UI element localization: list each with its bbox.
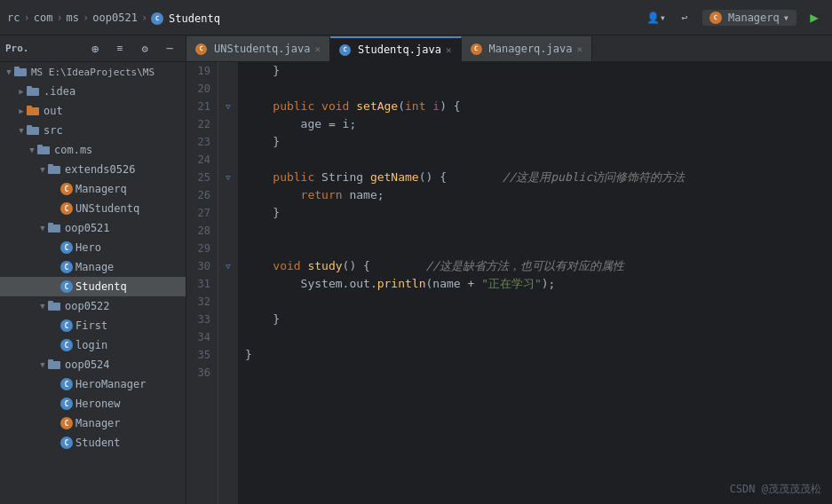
out-label: out [44, 105, 63, 117]
tree-oop0522[interactable]: ▼ oop0522 [0, 296, 186, 316]
tree-managerq[interactable]: C Managerq [0, 179, 186, 199]
tab-studentq[interactable]: C Studentq.java ✕ [330, 36, 462, 61]
code-line-31: System.out.println(name + "正在学习"); [245, 275, 832, 293]
manager-label: Manager [75, 417, 121, 429]
tab-label-unstudentq: UNStudentq.java [214, 43, 310, 55]
fold-25: ▽ [226, 173, 230, 182]
tree-root[interactable]: ▼ MS E:\IdeaProjects\MS [0, 62, 186, 82]
first-label: First [75, 319, 107, 332]
top-bar: rc › com › ms › oop0521 › C Studentq 👤▾ … [0, 0, 832, 35]
svg-rect-9 [37, 145, 43, 147]
svg-rect-14 [48, 303, 60, 311]
code-line-22: age = i; [245, 115, 832, 133]
tree-login[interactable]: C login [0, 335, 186, 355]
hero-icon: C [60, 241, 73, 254]
tree-studentq[interactable]: C Studentq [0, 277, 186, 296]
breadcrumb-ms: ms [67, 12, 79, 24]
tree-student[interactable]: C Student [0, 433, 186, 453]
tab-icon-unstudentq: C [195, 43, 207, 55]
tree-oop0521[interactable]: ▼ oop0521 [0, 218, 186, 238]
heromanager-label: HeroManager [75, 378, 146, 390]
tab-close-studentq[interactable]: ✕ [446, 44, 452, 56]
tree-unstudentq[interactable]: C UNStudentq [0, 199, 186, 218]
svg-rect-5 [27, 106, 32, 108]
student-label: Student [75, 437, 121, 449]
svg-rect-8 [37, 146, 50, 154]
add-icon[interactable]: ⊕ [84, 38, 106, 59]
tree-comms[interactable]: ▼ com.ms [0, 140, 186, 160]
login-icon: C [60, 339, 73, 351]
tree-out[interactable]: ▶ out [0, 101, 186, 121]
watermark: CSDN @茂茂茂茂松 [730, 482, 821, 497]
tree-heromanager[interactable]: C HeroManager [0, 374, 186, 394]
login-label: login [75, 339, 107, 351]
tree-oop0524[interactable]: ▼ oop0524 [0, 355, 186, 374]
editor-area: C UNStudentq.java ✕ C Studentq.java ✕ C … [186, 35, 832, 504]
svg-rect-10 [48, 166, 60, 174]
student-icon: C [60, 437, 73, 449]
extends-label: extends0526 [65, 163, 135, 176]
tree-idea[interactable]: ▶ .idea [0, 82, 186, 101]
oop0524-folder-icon [48, 358, 62, 371]
breadcrumb-studentq: C Studentq [151, 11, 220, 25]
tree-heronew[interactable]: C Heronew [0, 394, 186, 413]
sidebar-title: Pro. [5, 43, 81, 54]
oop0521-label: oop0521 [65, 222, 110, 234]
tab-unstudentq[interactable]: C UNStudentq.java ✕ [186, 36, 330, 61]
studentq-icon: C [60, 280, 73, 293]
code-line-26: return name; [245, 186, 832, 204]
manage-label: Manage [75, 261, 114, 273]
idea-label: .idea [44, 85, 75, 98]
manager-icon: C [60, 417, 73, 429]
src-label: src [44, 124, 63, 137]
line-numbers: 19 20 21 22 23 24 25 26 27 28 29 30 31 3… [186, 62, 218, 504]
studentq-label: Studentq [75, 280, 127, 293]
tree-src[interactable]: ▼ src [0, 121, 186, 140]
tree-manager[interactable]: C Manager [0, 413, 186, 433]
code-line-36 [245, 364, 832, 382]
minimize-icon[interactable]: ─ [159, 38, 180, 59]
run-button[interactable]: ▶ [804, 7, 825, 28]
breadcrumb: rc › com › ms › oop0521 › C Studentq [7, 11, 642, 25]
back-icon[interactable]: ↩ [674, 7, 695, 28]
code-line-32 [245, 293, 832, 311]
unstudentq-icon: C [60, 202, 73, 215]
tree-first[interactable]: C First [0, 316, 186, 335]
user-icon[interactable]: 👤▾ [646, 7, 667, 28]
svg-rect-3 [27, 86, 32, 89]
manage-icon: C [60, 261, 73, 273]
settings-icon[interactable]: ⚙ [134, 38, 155, 59]
code-content[interactable]: } public void setAge(int i) { age = i; [238, 62, 832, 504]
svg-rect-2 [27, 88, 39, 96]
collapse-icon[interactable]: ≡ [109, 38, 131, 59]
code-line-25: public String getName() { //这是用public访问修… [245, 169, 832, 186]
main-layout: Pro. ⊕ ≡ ⚙ ─ ▼ MS E:\IdeaProjects\MS ▶ .… [0, 35, 832, 504]
code-line-29 [245, 240, 832, 257]
tree-manage[interactable]: C Manage [0, 257, 186, 277]
svg-rect-1 [14, 67, 20, 69]
tree-hero[interactable]: C Hero [0, 238, 186, 257]
sidebar: Pro. ⊕ ≡ ⚙ ─ ▼ MS E:\IdeaProjects\MS ▶ .… [0, 35, 186, 504]
svg-rect-4 [27, 107, 39, 115]
first-icon: C [60, 319, 73, 332]
src-folder-icon [27, 124, 41, 137]
svg-rect-15 [48, 301, 53, 303]
folder-icon [27, 85, 41, 98]
code-line-20 [245, 80, 832, 98]
svg-rect-6 [27, 127, 39, 135]
out-folder-icon [27, 105, 41, 117]
code-line-33: } [245, 311, 832, 328]
run-config-dropdown[interactable]: C Managerq ▾ [702, 10, 796, 26]
dropdown-arrow: ▾ [783, 12, 789, 24]
tab-managerq[interactable]: C Managerq.java ✕ [462, 36, 593, 61]
tab-icon-managerq: C [471, 43, 482, 55]
managerq-label: Managerq [75, 183, 127, 195]
heronew-label: Heronew [75, 398, 121, 410]
tree-label: MS E:\IdeaProjects\MS [31, 67, 155, 78]
top-right-actions: 👤▾ ↩ C Managerq ▾ ▶ [646, 7, 825, 28]
tab-close-unstudentq[interactable]: ✕ [314, 43, 321, 55]
code-line-23: } [245, 133, 832, 151]
expand-arrow: ▼ [4, 67, 14, 77]
tree-extends0526[interactable]: ▼ extends0526 [0, 160, 186, 179]
tab-close-managerq[interactable]: ✕ [576, 43, 582, 55]
